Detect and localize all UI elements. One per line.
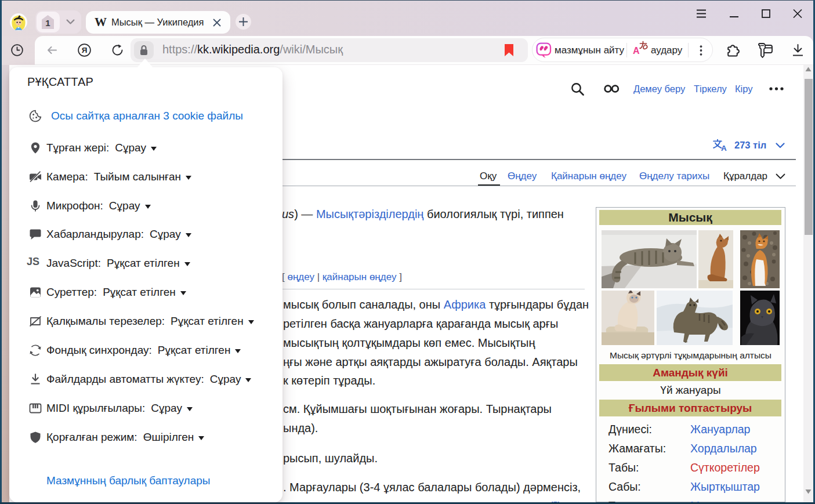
svg-text:Я: Я [82,46,88,55]
